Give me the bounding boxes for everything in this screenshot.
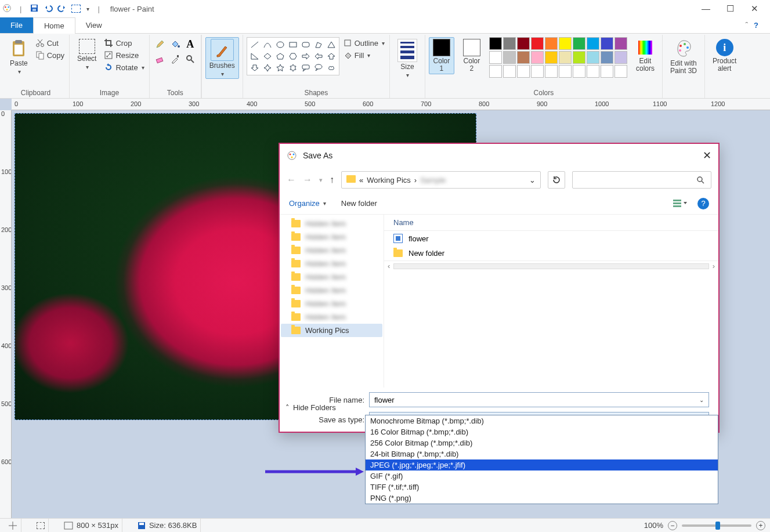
palette-swatch[interactable] <box>545 37 558 50</box>
view-icon[interactable] <box>673 199 687 208</box>
shape-triangle[interactable] <box>326 39 337 50</box>
saveastype-option[interactable]: TIFF (*.tif;*.tiff) <box>366 482 718 493</box>
hidefolders-button[interactable]: ˄ Hide Folders <box>285 403 336 412</box>
file-list-hscroll[interactable]: ‹ › <box>384 260 718 271</box>
palette-row2[interactable] <box>489 51 627 64</box>
tree-item[interactable]: Hidden Item <box>281 310 382 324</box>
palette-swatch[interactable] <box>531 65 544 78</box>
shape-callout[interactable] <box>300 63 312 73</box>
address-bar[interactable]: « Working Pics › Sample ⌄ <box>341 171 541 189</box>
palette-swatch[interactable] <box>601 65 613 78</box>
filename-input[interactable]: flower ⌄ <box>369 392 709 407</box>
shape-callout-oval[interactable] <box>313 63 324 73</box>
palette-swatch[interactable] <box>587 37 599 50</box>
zoom-thumb[interactable] <box>715 522 720 530</box>
shape-line[interactable] <box>249 39 261 50</box>
palette-swatch[interactable] <box>503 65 516 78</box>
shape-callout-cloud[interactable] <box>326 63 337 73</box>
tab-file[interactable]: File <box>0 17 33 33</box>
palette-swatch[interactable] <box>531 51 544 64</box>
palette-row3[interactable] <box>489 65 627 78</box>
resize-button[interactable]: Resize <box>103 49 145 61</box>
tree-item[interactable]: Hidden Item <box>281 284 382 297</box>
palette-swatch[interactable] <box>601 37 613 50</box>
tab-view[interactable]: View <box>75 17 113 33</box>
tree-item[interactable]: Hidden Item <box>281 244 382 257</box>
color1-button[interactable]: Color 1 <box>429 37 454 74</box>
zoom-in-button[interactable]: + <box>756 521 765 530</box>
palette-swatch[interactable] <box>531 37 544 50</box>
fill-dropdown-icon[interactable]: ▾ <box>367 52 370 59</box>
scroll-right-icon[interactable]: › <box>713 262 715 270</box>
folder-tree[interactable]: Hidden ItemHidden ItemHidden ItemHidden … <box>280 215 384 388</box>
shapes-gallery[interactable] <box>247 37 339 75</box>
saveastype-options[interactable]: Monochrome Bitmap (*.bmp;*.dib)16 Color … <box>365 415 718 504</box>
saveas-help-icon[interactable]: ? <box>697 198 709 209</box>
organize-button[interactable]: Organize ▾ <box>289 199 326 208</box>
paste-button[interactable]: Paste ▾ <box>6 37 32 77</box>
shape-arrow-down[interactable] <box>249 63 261 73</box>
productalert-button[interactable]: i Product alert <box>708 37 740 74</box>
brushes-button[interactable]: Brushes ▾ <box>205 37 239 79</box>
palette-swatch[interactable] <box>573 37 585 50</box>
minimize-icon[interactable]: — <box>702 3 710 14</box>
shape-roundrect[interactable] <box>300 39 312 50</box>
size-button[interactable]: Size ▾ <box>393 37 421 80</box>
saveastype-option[interactable]: JPEG (*.jpg;*.jpeg;*.jpe;*.jfif) <box>366 459 718 471</box>
column-header-name[interactable]: Name <box>384 215 718 231</box>
palette-swatch[interactable] <box>614 65 627 78</box>
file-list[interactable]: Name flowerNew folder ‹ › <box>384 215 718 388</box>
scroll-left-icon[interactable]: ‹ <box>388 262 390 270</box>
shape-polygon[interactable] <box>313 39 324 50</box>
shape-hexagon[interactable] <box>287 51 299 61</box>
address-dropdown-icon[interactable]: ⌄ <box>529 176 536 184</box>
rotate-dropdown-icon[interactable]: ▾ <box>142 64 144 71</box>
breadcrumb-item[interactable]: Working Pics <box>367 176 411 184</box>
nav-back-icon[interactable]: ← <box>287 175 296 185</box>
refresh-button[interactable] <box>548 171 565 189</box>
breadcrumb-chevron-icon[interactable]: › <box>414 176 417 184</box>
saveastype-option[interactable]: 16 Color Bitmap (*.bmp;*.dib) <box>366 426 718 437</box>
tool-magnifier[interactable] <box>183 52 197 66</box>
tool-fill[interactable] <box>168 37 182 51</box>
breadcrumb-overflow[interactable]: « <box>359 176 363 184</box>
tab-home[interactable]: Home <box>33 17 75 34</box>
undo-icon[interactable] <box>44 3 53 15</box>
palette-swatch[interactable] <box>517 51 530 64</box>
help-icon[interactable]: ? <box>754 21 758 30</box>
shape-4star[interactable] <box>262 63 273 73</box>
rotate-button[interactable]: Rotate ▾ <box>103 61 145 73</box>
tree-item[interactable]: Hidden Item <box>281 230 382 244</box>
shape-right-triangle[interactable] <box>249 51 261 61</box>
saveastype-option[interactable]: 24-bit Bitmap (*.bmp;*.dib) <box>366 448 718 459</box>
qat-select-icon[interactable] <box>71 5 81 13</box>
shape-5star[interactable] <box>274 63 286 73</box>
palette-swatch[interactable] <box>545 65 558 78</box>
palette-swatch[interactable] <box>503 51 516 64</box>
shape-curve[interactable] <box>262 39 273 50</box>
newfolder-button[interactable]: New folder <box>341 199 377 208</box>
collapse-ribbon-icon[interactable]: ˆ <box>745 21 748 30</box>
palette-swatch[interactable] <box>545 51 558 64</box>
shape-oval[interactable] <box>274 39 286 50</box>
file-row[interactable]: New folder <box>384 246 718 260</box>
shape-pentagon[interactable] <box>274 51 286 61</box>
shape-diamond[interactable] <box>262 51 273 61</box>
tree-item[interactable]: Hidden Item <box>281 217 382 230</box>
filename-dropdown-icon[interactable]: ⌄ <box>699 397 704 403</box>
select-button[interactable]: Select ▾ <box>73 37 100 72</box>
color2-button[interactable]: Color 2 <box>459 37 485 74</box>
palette-swatch[interactable] <box>489 65 502 78</box>
saveastype-option[interactable]: GIF (*.gif) <box>366 471 718 482</box>
select-dropdown-icon[interactable]: ▾ <box>86 64 89 70</box>
outline-dropdown-icon[interactable]: ▾ <box>382 40 385 46</box>
copy-button[interactable]: Copy <box>34 49 66 61</box>
palette-swatch[interactable] <box>559 51 572 64</box>
tree-item[interactable]: Hidden Item <box>281 297 382 310</box>
crop-button[interactable]: Crop <box>103 37 145 49</box>
tool-eraser[interactable] <box>153 52 167 66</box>
saveas-close-icon[interactable]: ✕ <box>703 149 711 162</box>
palette-swatch[interactable] <box>573 51 585 64</box>
saveastype-option[interactable]: Monochrome Bitmap (*.bmp;*.dib) <box>366 415 718 426</box>
palette-swatch[interactable] <box>614 51 627 64</box>
